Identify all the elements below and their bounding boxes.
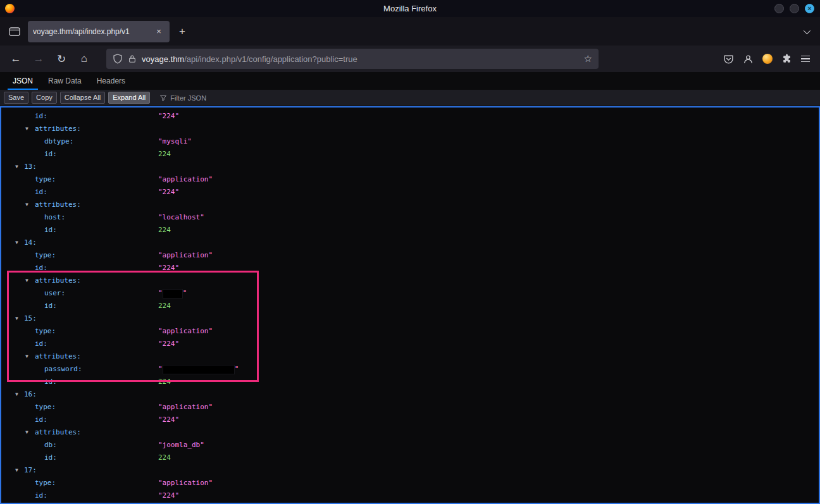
redacted-value	[163, 290, 182, 298]
json-tree-row: ▼ id: 224	[1, 376, 819, 388]
json-key: id:	[35, 262, 47, 274]
home-button[interactable]: ⌂	[75, 49, 94, 68]
json-value: ""	[158, 363, 239, 376]
window-title: Mozilla Firefox	[0, 4, 820, 13]
browser-tab-active[interactable]: voyage.thm/api/index.php/v1 ×	[28, 21, 170, 42]
twisty-icon[interactable]: ▼	[15, 312, 18, 325]
twisty-icon[interactable]: ▼	[15, 161, 18, 173]
json-key: attributes:	[35, 274, 81, 287]
twisty-icon[interactable]: ▼	[15, 388, 18, 401]
tracking-protection-shield-icon[interactable]	[113, 54, 123, 64]
pocket-icon[interactable]	[723, 54, 734, 65]
connection-security-lock-icon[interactable]	[128, 54, 137, 63]
url-domain: voyage.thm	[142, 54, 184, 64]
list-all-tabs-button[interactable]	[797, 23, 815, 40]
json-value: "224"	[158, 262, 179, 274]
url-bar[interactable]: voyage.thm/api/index.php/v1/config/appli…	[106, 49, 599, 69]
reload-button[interactable]: ↻	[52, 49, 71, 68]
copy-button[interactable]: Copy	[32, 92, 57, 104]
json-key: 17:	[24, 464, 37, 477]
json-tree-row: ▼ dbtype: "mysqli"	[1, 135, 819, 148]
twisty-icon[interactable]: ▼	[15, 237, 18, 249]
twisty-icon[interactable]: ▼	[25, 199, 28, 211]
json-tree-row: ▼ id: 224	[1, 300, 819, 312]
json-tree-row: ▼ id: 224	[1, 148, 819, 161]
json-key: password:	[44, 363, 82, 376]
json-tree-row: ▼ db: "joomla_db"	[1, 439, 819, 452]
url-text[interactable]: voyage.thm/api/index.php/v1/config/appli…	[142, 54, 579, 64]
tab-raw-data[interactable]: Raw Data	[40, 72, 89, 90]
tab-close-icon[interactable]: ×	[153, 26, 165, 37]
json-tree-row: ▼ type: "application"	[1, 477, 819, 489]
twisty-icon[interactable]: ▼	[25, 274, 28, 287]
json-value: "localhost"	[158, 211, 204, 224]
json-tree-row: ▼ 13:	[1, 161, 819, 173]
collapse-all-button[interactable]: Collapse All	[60, 92, 105, 104]
json-key: attributes:	[35, 350, 81, 363]
json-key: type:	[35, 173, 56, 186]
json-value: "224"	[158, 338, 179, 350]
json-value: "application"	[158, 173, 213, 186]
tab-headers[interactable]: Headers	[89, 72, 133, 90]
extensions-puzzle-icon[interactable]	[781, 54, 792, 65]
menu-icon[interactable]	[801, 56, 810, 63]
json-key: id:	[35, 414, 47, 426]
tab-json[interactable]: JSON	[5, 72, 40, 90]
json-tree-row: ▼ type: "application"	[1, 173, 819, 186]
json-tree-row: ▼ host: "localhost"	[1, 211, 819, 224]
firefox-view-icon	[9, 27, 20, 37]
twisty-icon[interactable]: ▼	[25, 426, 28, 439]
navigation-toolbar: ← → ↻ ⌂ voyage.thm/api/index.php/v1/conf…	[0, 46, 820, 72]
json-value: "application"	[158, 325, 213, 338]
json-value: "mysqli"	[158, 135, 192, 148]
json-tree-row: ▼ type: "application"	[1, 401, 819, 414]
close-button[interactable]: ×	[805, 4, 814, 13]
forward-button[interactable]: →	[29, 49, 48, 68]
bookmark-star-icon[interactable]: ☆	[584, 53, 592, 65]
maximize-button[interactable]	[790, 4, 799, 13]
expand-all-button[interactable]: Expand All	[108, 92, 150, 104]
account-icon[interactable]	[743, 54, 754, 65]
tab-title: voyage.thm/api/index.php/v1	[33, 27, 130, 36]
json-tree-row: ▼ type: "application"	[1, 325, 819, 338]
json-key: id:	[44, 376, 57, 388]
new-tab-button[interactable]: +	[173, 23, 191, 40]
filter-json-input[interactable]: Filter JSON	[159, 94, 206, 102]
firefox-view-button[interactable]	[5, 22, 24, 41]
chevron-down-icon	[804, 27, 811, 34]
json-tree-row: ▼ attributes:	[1, 123, 819, 135]
json-key: id:	[35, 186, 47, 199]
minimize-button[interactable]	[774, 4, 784, 13]
json-tree-row: ▼ type: "application"	[1, 249, 819, 262]
twisty-icon[interactable]: ▼	[15, 464, 18, 477]
filter-placeholder: Filter JSON	[170, 94, 206, 102]
json-key: user:	[44, 287, 65, 300]
twisty-icon[interactable]: ▼	[25, 123, 28, 135]
json-key: id:	[44, 224, 57, 237]
twisty-icon[interactable]: ▼	[25, 350, 28, 363]
json-value: "application"	[158, 401, 213, 414]
json-key: host:	[44, 211, 65, 224]
json-key: 15:	[24, 312, 37, 325]
json-tree-row: ▼ 14:	[1, 237, 819, 249]
json-tree-row: ▼ attributes:	[1, 350, 819, 363]
json-tree-row: ▼ 15:	[1, 312, 819, 325]
url-path: /api/index.php/v1/config/application?pub…	[184, 54, 357, 64]
json-key: type:	[35, 325, 56, 338]
extension-icon[interactable]	[762, 54, 773, 64]
filter-funnel-icon	[159, 94, 167, 102]
json-tree-row: ▼ user: ""	[1, 287, 819, 300]
tab-bar: voyage.thm/api/index.php/v1 × +	[0, 17, 820, 46]
json-key: attributes:	[35, 123, 81, 135]
json-key: attributes:	[35, 199, 81, 211]
json-tree-row: ▼ attributes:	[1, 426, 819, 439]
json-key: id:	[44, 452, 57, 464]
json-tree-row: ▼ attributes:	[1, 199, 819, 211]
json-key: id:	[35, 489, 47, 502]
json-value: "224"	[158, 186, 179, 199]
back-button[interactable]: ←	[6, 49, 25, 68]
json-viewer-tabs: JSON Raw Data Headers	[0, 72, 820, 90]
json-value: "224"	[158, 414, 179, 426]
save-button[interactable]: Save	[4, 92, 28, 104]
json-key: 14:	[24, 237, 37, 249]
